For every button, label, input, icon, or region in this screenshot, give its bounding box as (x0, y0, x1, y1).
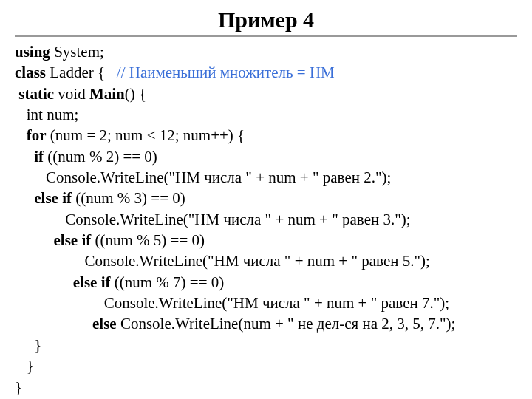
code-text: ((num % 7) == 0) (110, 273, 224, 291)
code-text: } (15, 336, 41, 354)
code-text: ((num % 3) == 0) (72, 189, 185, 207)
kw-using: using (15, 43, 50, 61)
code-text: Console.WriteLine(num + " не дел-ся на 2… (117, 315, 456, 332)
code-text: System; (50, 43, 104, 61)
code-block: using System; class Ladder { // Наименьш… (15, 41, 517, 398)
kw-elseif: else if (34, 189, 72, 207)
kw-else: else (92, 315, 117, 332)
code-text (15, 315, 92, 332)
code-text (15, 189, 34, 207)
code-text: () { (125, 85, 146, 103)
code-text: ((num % 5) == 0) (91, 231, 205, 249)
kw-main: Main (89, 85, 125, 103)
code-text: (num = 2; num < 12; num++) { (47, 126, 245, 144)
code-text: Console.WriteLine("HM числа " + num + " … (15, 211, 411, 228)
kw-elseif: else if (73, 273, 111, 291)
code-text: Ladder { (46, 64, 117, 81)
code-text: ((num % 2) == 0) (44, 148, 157, 166)
code-text: } (15, 378, 22, 396)
code-text (15, 148, 34, 166)
code-text: Console.WriteLine("HM числа " + num + " … (15, 168, 391, 186)
kw-class: class (15, 64, 46, 81)
code-text: int num; (15, 106, 78, 123)
kw-elseif: else if (54, 231, 92, 249)
code-comment: // Наименьший множитель = НМ (117, 64, 335, 81)
code-text (15, 273, 73, 291)
code-text: Console.WriteLine("HM числа " + num + " … (15, 252, 430, 270)
code-text: Console.WriteLine("HM числа " + num + " … (15, 294, 449, 312)
kw-static: static (18, 85, 54, 103)
kw-for: for (27, 126, 47, 144)
code-text (15, 231, 54, 249)
title-divider (15, 35, 517, 37)
code-text: } (15, 357, 34, 375)
page-title: Пример 4 (15, 7, 517, 33)
slide: Пример 4 using System; class Ladder { //… (0, 0, 532, 399)
code-text: void (54, 85, 89, 103)
code-text (15, 126, 27, 144)
kw-if: if (34, 148, 44, 166)
